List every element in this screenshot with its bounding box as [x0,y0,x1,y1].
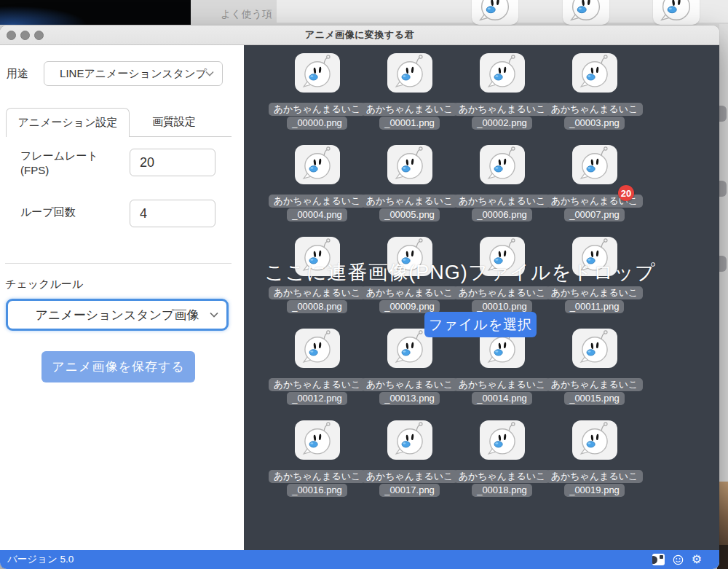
background-image-glow [0,6,87,25]
fps-label-line2: (FPS) [20,163,98,178]
file-name-line2: _00018.png [472,484,532,497]
file-name-line2: _00002.png [472,117,532,130]
file-name-line1: あかちゃんまるいこ [269,286,366,299]
character-face-icon [483,145,522,184]
file-name-label: あかちゃんまるいこ _00005.png [361,195,459,221]
tab-animation-label: アニメーション設定 [17,116,117,130]
character-face-icon [298,420,337,460]
smiley-icon[interactable] [673,554,684,565]
fps-input[interactable] [130,149,215,176]
file-name-line1: あかちゃんまるいこ [454,103,551,116]
file-thumbnail [387,420,432,460]
app-logo-icon[interactable] [652,554,665,565]
settings-tabs: アニメーション設定 画質設定 [6,108,232,137]
save-animation-button[interactable]: アニメ画像を保存する [41,351,195,382]
close-window-button[interactable] [7,31,16,40]
check-rule-select[interactable]: アニメーションスタンプ画像 [6,299,229,331]
file-name-label: あかちゃんまるいこ _00017.png [361,470,459,497]
file-thumbnail [572,329,617,368]
file-item[interactable]: あかちゃんまるいこ _00005.png [363,143,456,235]
image-drop-zone[interactable]: あかちゃんまるいこ _00000.png あかちゃんまるいこ _00001.pn… [244,45,719,550]
character-face-icon [390,329,430,368]
background-right-strip [719,24,728,569]
minimize-window-button[interactable] [20,31,30,40]
file-thumbnail [295,53,340,93]
file-item[interactable]: あかちゃんまるいこ _00016.png [271,418,363,510]
zoom-window-button[interactable] [34,31,44,40]
file-item[interactable]: あかちゃんまるいこ _00014.png [456,326,548,418]
file-item[interactable]: あかちゃんまるいこ _00018.png [456,418,548,510]
file-name-line2: _00005.png [379,208,440,221]
chevron-down-icon [205,71,214,76]
file-item[interactable]: あかちゃんまるいこ _00015.png [548,326,641,418]
purpose-select[interactable]: LINEアニメーションスタンプ [44,61,223,86]
tab-quality-label: 画質設定 [152,115,196,129]
file-name-line1: あかちゃんまるいこ [546,286,644,299]
file-item[interactable]: あかちゃんまるいこ _00006.png [456,143,548,235]
file-name-line2: _00017.png [379,484,440,497]
chevron-down-icon [210,312,218,318]
file-item[interactable]: あかちゃんまるいこ _00002.png [456,51,548,143]
file-name-line1: あかちゃんまるいこ [454,286,551,299]
file-name-line2: _00001.png [379,117,440,130]
file-item[interactable]: あかちゃんまるいこ _00001.png [363,51,456,143]
file-item[interactable]: あかちゃんまるいこ _00017.png [363,418,456,510]
file-item[interactable]: あかちゃんまるいこ _00013.png [363,326,456,418]
loop-count-input[interactable] [130,200,215,227]
character-face-icon [483,420,522,460]
loop-count-label: ループ回数 [20,205,76,219]
file-name-label: あかちゃんまるいこ _00002.png [454,103,551,130]
check-rule-label: チェックルール [5,278,83,291]
file-item[interactable]: あかちゃんまるいこ _00007.png 20 [548,143,641,235]
select-files-button[interactable]: ファイルを選択 [424,312,537,337]
file-item[interactable]: あかちゃんまるいこ _00003.png [548,51,641,143]
character-face-icon [575,53,614,93]
drop-hint-text: ここに連番画像(PNG)ファイルをドロップ [244,259,676,286]
file-name-line1: あかちゃんまるいこ [361,470,459,483]
app-window: アニメ画像に変換する君 用途 LINEアニメーションスタンプ アニメーション設定… [0,25,719,569]
file-name-line1: あかちゃんまるいこ [269,378,366,391]
window-titlebar[interactable]: アニメ画像に変換する君 [0,25,719,45]
file-name-label: あかちゃんまるいこ _00008.png [269,286,366,313]
character-face-icon [390,420,430,460]
file-name-line2: _00003.png [564,117,625,130]
version-label: バージョン 5.0 [7,553,74,566]
file-name-line1: あかちゃんまるいこ [546,103,644,116]
file-item[interactable]: あかちゃんまるいこ _00000.png [271,51,363,143]
gear-icon[interactable]: ⚙ [692,554,702,565]
character-face-icon [483,53,522,93]
file-item[interactable]: あかちゃんまるいこ _00004.png [271,143,363,235]
file-name-line1: あかちゃんまるいこ [454,195,551,208]
character-face-icon [390,145,430,184]
file-name-line2: _00015.png [564,392,625,405]
traffic-lights [7,31,44,40]
file-item[interactable]: あかちゃんまるいこ _00012.png [271,326,363,418]
file-thumbnail [480,420,525,460]
purpose-label: 用途 [7,67,28,81]
check-rule-select-value: アニメーションスタンプ画像 [36,307,199,323]
file-thumbnail [387,53,432,93]
file-item[interactable]: あかちゃんまるいこ _00019.png [548,418,641,510]
file-name-line2: _00019.png [564,484,625,497]
character-face-icon [575,420,614,460]
file-name-line1: あかちゃんまるいこ [546,378,644,391]
file-name-line1: あかちゃんまるいこ [269,103,366,116]
file-name-label: あかちゃんまるいこ _00000.png [269,103,366,130]
file-name-line2: _00004.png [287,208,347,221]
background-favorites-label: よく使う項 [221,8,272,21]
file-name-line2: _00006.png [472,208,532,221]
file-thumbnail [480,145,525,184]
file-name-line2: _00014.png [472,392,532,405]
status-bar-icons: ⚙ [652,550,702,569]
character-face-icon [298,145,337,184]
fps-label-line1: フレームレート [20,149,98,163]
file-name-label: あかちゃんまるいこ _00009.png [361,286,459,313]
file-name-line2: _00011.png [565,300,625,313]
file-name-label: あかちゃんまるいこ _00015.png [546,378,644,405]
file-name-label: あかちゃんまるいこ _00018.png [454,470,551,497]
file-name-line2: _00016.png [287,484,347,497]
file-thumbnail [295,420,340,460]
tab-quality-settings[interactable]: 画質設定 [130,107,218,136]
tab-animation-settings[interactable]: アニメーション設定 [6,108,130,137]
file-thumbnail [572,145,617,184]
